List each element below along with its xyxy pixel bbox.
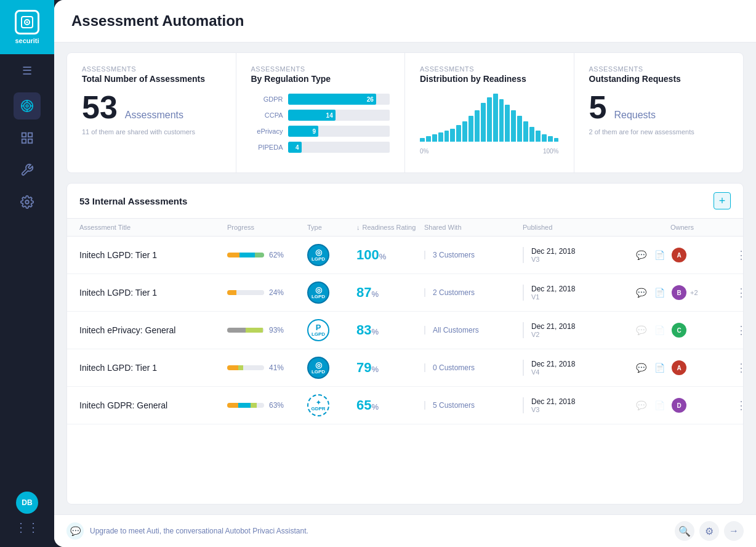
sidebar-item-grid[interactable]: [14, 124, 41, 152]
sidebar-item-tools[interactable]: [14, 156, 41, 184]
owners-cell: A: [670, 246, 732, 264]
document-icon-empty: 📄: [652, 323, 667, 338]
action-icons: 💬📄: [633, 285, 670, 300]
regulation-bar-row: ePrivacy 9: [251, 126, 390, 137]
dist-bar: [475, 110, 480, 142]
progress-segment: [236, 290, 264, 295]
bar-fill: 26: [288, 94, 376, 105]
published-date: Dec 21, 2018: [531, 360, 633, 368]
progress-bar: [227, 403, 264, 408]
col-header-shared: Shared With: [424, 224, 523, 231]
stat-out-sub: 2 of them are for new assessments: [589, 128, 729, 136]
chat-icon-blue[interactable]: 💬: [633, 360, 648, 375]
chat-icon-blue[interactable]: 💬: [633, 248, 648, 262]
document-icon[interactable]: 📄: [652, 285, 667, 300]
progress-cell: 62%: [227, 251, 307, 259]
published-date: Dec 21, 2018: [531, 247, 633, 256]
assessment-name[interactable]: Initech ePrivacy: General: [79, 325, 227, 335]
action-icons: 💬📄: [633, 398, 670, 413]
readiness-sym: %: [371, 365, 379, 374]
readiness-cell: 100%: [356, 247, 424, 263]
readiness-number: 65: [356, 397, 371, 413]
readiness-number: 83: [356, 322, 371, 338]
readiness-number: 100: [356, 247, 379, 262]
expand-button[interactable]: →: [724, 521, 744, 541]
type-badge-lgpd: ◎ LGPD: [307, 244, 329, 266]
stat-total-assessments: Assessments Total Number of Assessments …: [67, 53, 236, 172]
logo-icon: [15, 10, 39, 34]
progress-segment: [227, 328, 246, 333]
dist-bar: [536, 131, 541, 142]
readiness-sym: %: [379, 252, 387, 261]
readiness-sym: %: [371, 290, 379, 299]
chat-icon-red[interactable]: 💬: [633, 285, 648, 300]
dist-bar: [548, 136, 553, 142]
user-avatar[interactable]: DB: [16, 492, 38, 514]
filter-button[interactable]: ⚙: [699, 521, 719, 541]
nav-icons: [14, 92, 41, 492]
published-date: Dec 21, 2018: [531, 285, 633, 293]
stat-outstanding: Assessments Outstanding Requests 5 Reque…: [574, 53, 744, 172]
more-options-button[interactable]: ⋮: [732, 248, 743, 262]
svg-rect-10: [22, 133, 26, 137]
type-cell: ✦ GDPR: [307, 394, 356, 416]
hamburger-btn[interactable]: ☰: [0, 54, 54, 87]
assessment-name[interactable]: Initech LGPD: Tier 1: [79, 288, 227, 298]
owner-avatar: C: [670, 322, 688, 339]
dist-bar: [438, 132, 443, 142]
progress-segment: [238, 365, 243, 370]
add-assessment-button[interactable]: +: [714, 192, 731, 209]
dist-bar: [481, 103, 486, 142]
bar-fill: 9: [288, 126, 319, 137]
search-button[interactable]: 🔍: [675, 521, 694, 541]
more-options-button[interactable]: ⋮: [732, 286, 743, 299]
type-badge-lgpd: ◎ LGPD: [307, 282, 329, 304]
dist-bar: [426, 136, 431, 142]
action-icons: 💬📄: [633, 248, 670, 262]
col-header-readiness[interactable]: ↓ Readiness Rating: [356, 224, 424, 231]
action-icons: 💬📄: [633, 323, 670, 338]
published-version: V4: [531, 368, 633, 376]
regulation-bar-row: PIPEDA 4: [251, 142, 390, 153]
progress-cell: 63%: [227, 401, 307, 410]
more-options-button[interactable]: ⋮: [732, 361, 743, 375]
document-icon[interactable]: 📄: [652, 248, 667, 262]
more-options-icon[interactable]: ⋮⋮: [15, 520, 39, 535]
shared-with-cell: 0 Customers: [424, 363, 523, 372]
progress-cell: 93%: [227, 326, 307, 334]
progress-segment: [227, 365, 238, 370]
regulation-bar-row: CCPA 14: [251, 110, 390, 121]
more-options-button[interactable]: ⋮: [732, 323, 743, 337]
published-version: V3: [531, 256, 633, 263]
bar-value: 26: [367, 96, 374, 103]
assessment-name[interactable]: Initech LGPD: Tier 1: [79, 250, 227, 260]
bar-track: 14: [288, 110, 390, 121]
svg-rect-11: [28, 133, 32, 137]
published-date: Dec 21, 2018: [531, 322, 633, 331]
dist-bar: [554, 138, 559, 142]
shared-with-cell: 3 Customers: [424, 251, 523, 259]
bar-value: 9: [313, 128, 316, 135]
sidebar-item-settings[interactable]: [14, 188, 41, 216]
more-options-button[interactable]: ⋮: [732, 399, 743, 412]
progress-bar: [227, 290, 264, 295]
bar-value: 4: [296, 144, 299, 151]
readiness-number: 79: [356, 360, 371, 375]
hamburger-icon: ☰: [22, 64, 32, 78]
document-icon[interactable]: 📄: [652, 360, 667, 375]
stat-out-title: Outstanding Requests: [589, 74, 729, 84]
published-version: V3: [531, 406, 633, 413]
dist-bar: [542, 134, 547, 142]
progress-segment: [227, 253, 239, 257]
table-title: 53 Internal Assessments: [79, 196, 187, 206]
stat-out-number: 5: [589, 91, 607, 123]
assessment-name[interactable]: Initech LGPD: Tier 1: [79, 363, 227, 373]
col-header-name: Assessment Title: [79, 224, 227, 231]
assessment-name[interactable]: Initech GDPR: General: [79, 400, 227, 410]
stat-by-regulation: Assessments By Regulation Type GDPR 26 C…: [236, 53, 406, 172]
svg-rect-13: [28, 139, 32, 143]
shared-with-text: 3 Customers: [433, 251, 475, 259]
sidebar-item-radar[interactable]: [14, 92, 41, 120]
col-header-type: Type: [307, 224, 356, 231]
readiness-cell: 87%: [356, 285, 424, 301]
